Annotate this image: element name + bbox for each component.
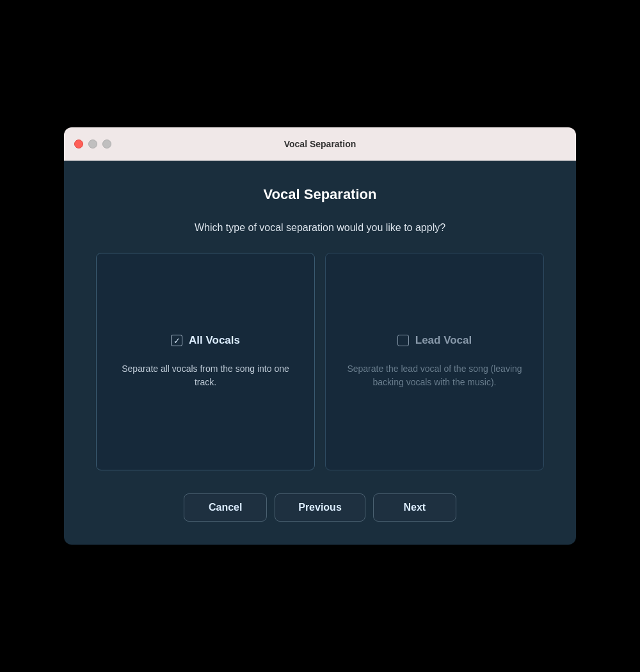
close-button[interactable] [74,140,83,148]
option-card-all-vocals[interactable]: ✓ All Vocals Separate all vocals from th… [96,253,315,470]
maximize-button[interactable] [102,140,111,148]
window-title: Vocal Separation [284,139,356,149]
option-header-lead-vocal: Lead Vocal [397,334,472,347]
option-label-all-vocals: All Vocals [189,334,240,347]
dialog-window: Vocal Separation Vocal Separation Which … [64,127,576,545]
option-label-lead-vocal: Lead Vocal [415,334,472,347]
option-card-lead-vocal[interactable]: Lead Vocal Separate the lead vocal of th… [325,253,544,470]
minimize-button[interactable] [88,140,97,148]
option-description-all-vocals: Separate all vocals from the song into o… [116,362,295,389]
options-row: ✓ All Vocals Separate all vocals from th… [96,253,544,470]
checkmark-icon: ✓ [173,337,180,345]
checkbox-all-vocals[interactable]: ✓ [171,335,182,346]
option-header-all-vocals: ✓ All Vocals [171,334,240,347]
window-body: Vocal Separation Which type of vocal sep… [64,161,576,545]
cancel-button[interactable]: Cancel [184,493,267,522]
checkbox-lead-vocal[interactable] [397,335,409,346]
dialog-question: Which type of vocal separation would you… [96,222,544,234]
traffic-lights [74,140,111,148]
next-button[interactable]: Next [373,493,456,522]
title-bar: Vocal Separation [64,127,576,161]
option-description-lead-vocal: Separate the lead vocal of the song (lea… [345,362,524,389]
dialog-title: Vocal Separation [96,186,544,203]
previous-button[interactable]: Previous [275,493,365,522]
button-row: Cancel Previous Next [96,493,544,522]
